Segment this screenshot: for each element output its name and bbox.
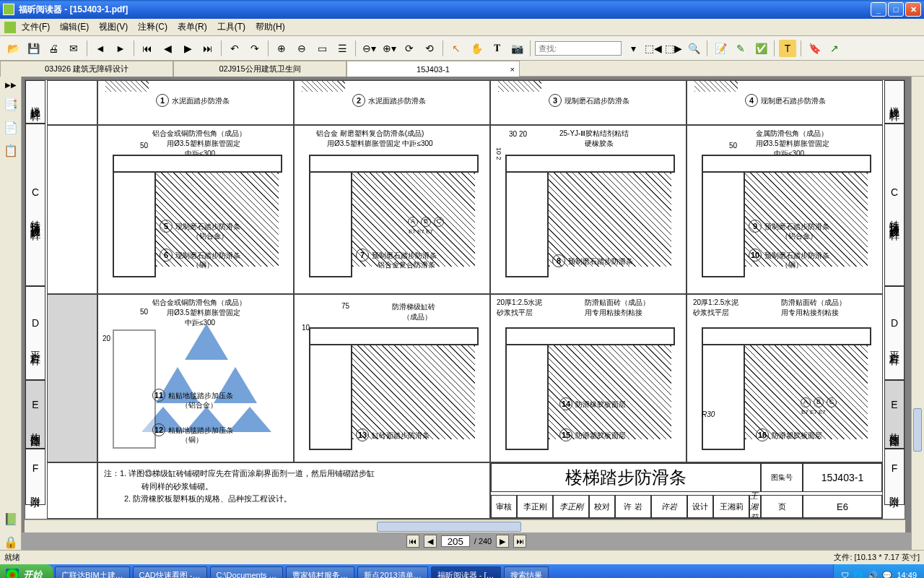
- minimize-button[interactable]: _: [871, 2, 886, 17]
- detail-3: 3现制磨石踏步防滑条: [490, 80, 687, 125]
- redo-icon[interactable]: ↷: [246, 40, 263, 57]
- menu-comment[interactable]: 注释(C): [134, 20, 172, 35]
- task-cad[interactable]: CAD快速看图 -…: [133, 566, 207, 578]
- tray-clock[interactable]: 14:49: [897, 571, 917, 578]
- pager-next-icon[interactable]: ▶: [496, 535, 509, 548]
- tab-02j915[interactable]: 02J915公用建筑卫生间: [173, 61, 346, 77]
- menu-tools[interactable]: 工具(T): [213, 20, 250, 35]
- attachments-panel-icon[interactable]: 📗: [4, 512, 18, 527]
- prev-icon[interactable]: ◀: [159, 40, 176, 57]
- close-button[interactable]: ✕: [905, 2, 921, 17]
- horizontal-scrollbar[interactable]: [25, 519, 905, 532]
- zoomout-icon[interactable]: ⊖: [293, 40, 310, 57]
- findnext-icon[interactable]: ⬚▶: [665, 40, 682, 57]
- mail-icon[interactable]: ✉: [65, 40, 82, 57]
- task-foxit[interactable]: 福昕阅读器 - […: [431, 566, 501, 578]
- document-tabs: 03J926 建筑无障碍设计 02J915公用建筑卫生间 15J403-1×: [0, 61, 924, 77]
- titlebar: 福昕阅读器 - [15J403-1.pdf] _ □ ✕: [0, 0, 924, 19]
- page-navigator: ⏮ ◀ / 240 ▶ ⏭: [22, 532, 911, 550]
- textselect-icon[interactable]: 𝐓: [488, 40, 505, 57]
- open-icon[interactable]: 📂: [4, 40, 22, 57]
- findprev-icon[interactable]: ⬚◀: [645, 40, 662, 57]
- zoomout2-icon[interactable]: ⊖▾: [360, 40, 378, 57]
- hand-icon[interactable]: ✋: [468, 40, 485, 57]
- vlabel-left-c: C 特殊场所楼梯栏杆: [25, 124, 45, 286]
- system-tray[interactable]: 🛡 🌐 🔊 💬 14:49: [833, 564, 924, 578]
- task-xindian[interactable]: 新点2013清单…: [357, 566, 427, 578]
- tab-03j926[interactable]: 03J926 建筑无障碍设计: [0, 61, 173, 77]
- vlabel-left-e: E 构造详图: [25, 380, 45, 449]
- page-number-input[interactable]: [441, 535, 470, 547]
- vlabel-right-f: F 附录: [884, 449, 905, 505]
- snapshot-icon[interactable]: 📷: [508, 40, 526, 57]
- status-ready: 就绪: [4, 552, 834, 563]
- first-icon[interactable]: ⏮: [139, 40, 156, 57]
- task-caojia[interactable]: 曹家镇村服务…: [286, 566, 354, 578]
- note-icon[interactable]: 📝: [712, 40, 729, 57]
- print-icon[interactable]: 🖨: [45, 40, 62, 57]
- menubar: 文件(F) 编辑(E) 视图(V) 注释(C) 表单(R) 工具(T) 帮助(H…: [0, 19, 924, 36]
- zoomin-icon[interactable]: ⊕: [273, 40, 290, 57]
- vlabel-left-d: D 平台栏杆: [25, 286, 45, 380]
- document-viewport[interactable]: 楼梯栏杆 C 特殊场所楼梯栏杆 D 平台栏杆 E 构造详图 F 附录 楼梯栏杆 …: [22, 77, 911, 550]
- rotate2-icon[interactable]: ⟲: [421, 40, 438, 57]
- row2-side: [47, 125, 97, 294]
- last-icon[interactable]: ⏭: [199, 40, 217, 57]
- main-toolbar: 📂 💾 🖨 ✉ ◄ ► ⏮ ◀ ▶ ⏭ ↶ ↷ ⊕ ⊖ ▭ ☰ ⊖▾ ⊕▾ ⟳ …: [0, 36, 924, 61]
- pager-first-icon[interactable]: ⏮: [406, 535, 419, 548]
- save-icon[interactable]: 💾: [25, 40, 42, 57]
- share-icon[interactable]: ↗: [826, 40, 843, 57]
- textbox-icon[interactable]: T: [779, 40, 796, 57]
- pointer-icon[interactable]: ↖: [448, 40, 465, 57]
- zoomin2-icon[interactable]: ⊕▾: [380, 40, 398, 57]
- rotate-icon[interactable]: ⟳: [401, 40, 418, 57]
- highlight-icon[interactable]: ✎: [732, 40, 749, 57]
- task-glodon[interactable]: 广联达BIM土建…: [55, 566, 130, 578]
- pages-panel-icon[interactable]: 📄: [4, 121, 18, 135]
- sidebar-handle-icon[interactable]: ▶▶: [5, 81, 17, 89]
- menu-view[interactable]: 视图(V): [95, 20, 132, 35]
- taskbar: 开始 广联达BIM土建… CAD快速看图 -… C:\Documents … 曹…: [0, 564, 924, 578]
- bookmarks-panel-icon[interactable]: 📑: [4, 98, 18, 112]
- detail-1: 1水泥面踏步防滑条: [97, 80, 294, 125]
- pdf-page: 楼梯栏杆 C 特殊场所楼梯栏杆 D 平台栏杆 E 构造详图 F 附录 楼梯栏杆 …: [25, 79, 905, 519]
- fitpage-icon[interactable]: ☰: [334, 40, 351, 57]
- maximize-button[interactable]: □: [888, 2, 904, 17]
- vlabel-left-f: F 附录: [25, 449, 45, 505]
- stamp-icon[interactable]: ✅: [752, 40, 770, 57]
- start-button[interactable]: 开始: [0, 564, 53, 578]
- search-dropdown-icon[interactable]: ▾: [624, 40, 642, 57]
- vlabel-left-top: 楼梯栏杆: [25, 80, 45, 124]
- search-input[interactable]: [535, 41, 622, 56]
- tab-15j403[interactable]: 15J403-1×: [346, 61, 520, 77]
- forward-icon[interactable]: ►: [112, 40, 129, 57]
- advsearch-icon[interactable]: 🔍: [685, 40, 702, 57]
- menu-edit[interactable]: 编辑(E): [56, 20, 93, 35]
- notes-cell: 注：1. 详图⑬梯级缸砖铺砌时应先在背面涂刷界面剂一道，然后用铺砌踏步缸 砖同样…: [97, 462, 490, 519]
- status-filesize: 文件: [10.13 * 7.17 英寸]: [834, 552, 920, 563]
- tray-network-icon[interactable]: 🌐: [853, 571, 863, 579]
- tray-volume-icon[interactable]: 🔊: [868, 571, 878, 579]
- menu-help[interactable]: 帮助(H): [251, 20, 289, 35]
- task-search[interactable]: 搜索结果: [504, 566, 549, 578]
- tray-msg-icon[interactable]: 💬: [882, 571, 892, 579]
- window-title: 福昕阅读器 - [15J403-1.pdf]: [19, 4, 871, 16]
- tab-close-icon[interactable]: ×: [510, 65, 515, 74]
- page-total: / 240: [474, 537, 492, 545]
- back-icon[interactable]: ◄: [92, 40, 109, 57]
- detail-11-12: 铝合金或铜防滑包角（成品） 用Ø3.5塑料膨胀管固定 中距≤300 50 20 …: [97, 294, 294, 463]
- comments-panel-icon[interactable]: 📋: [4, 144, 18, 158]
- pager-last-icon[interactable]: ⏭: [513, 535, 526, 548]
- bookmark-icon[interactable]: 🔖: [806, 40, 823, 57]
- menu-logo: [4, 22, 16, 33]
- task-explorer[interactable]: C:\Documents …: [210, 566, 284, 578]
- signatures-panel-icon[interactable]: 🔒: [4, 535, 18, 550]
- tray-shield-icon[interactable]: 🛡: [841, 571, 849, 578]
- menu-file[interactable]: 文件(F): [17, 20, 54, 35]
- menu-form[interactable]: 表单(R): [173, 20, 212, 35]
- next-icon[interactable]: ▶: [179, 40, 196, 57]
- fitactual-icon[interactable]: ▭: [313, 40, 331, 57]
- undo-icon[interactable]: ↶: [226, 40, 243, 57]
- pager-prev-icon[interactable]: ◀: [424, 535, 437, 548]
- vertical-scrollbar[interactable]: [911, 77, 924, 550]
